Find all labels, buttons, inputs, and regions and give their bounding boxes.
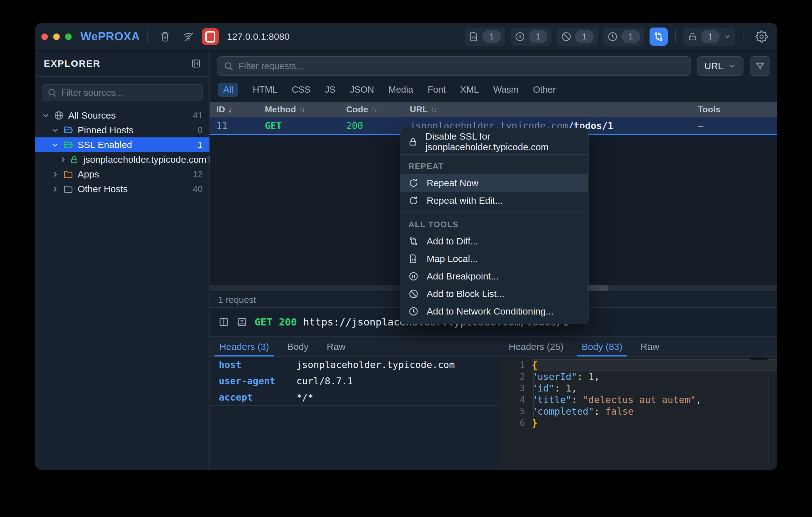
close-window-button[interactable] (41, 33, 48, 40)
menu-item-add-breakpoint[interactable]: Add Breakpoint... (400, 268, 588, 285)
menu-item-add-to-network-conditioning[interactable]: Add to Network Conditioning... (400, 303, 588, 320)
minimize-window-button[interactable] (53, 33, 60, 40)
tree-item-count: 0 (198, 125, 203, 135)
tab-response-headers[interactable]: Headers (25) (509, 337, 563, 357)
type-tab-css[interactable]: CSS (292, 83, 311, 97)
tab-response-body[interactable]: Body (83) (582, 337, 622, 357)
chevron-down-icon[interactable] (40, 112, 51, 120)
chevron-down-icon[interactable] (50, 126, 61, 134)
breakpoint-icon (515, 31, 525, 42)
line-number: 6 (499, 418, 532, 428)
tree-item-label: All Sources (68, 110, 116, 121)
clear-session-button[interactable] (155, 28, 174, 45)
column-header-code[interactable]: Code↑↓ (346, 104, 410, 115)
lock-icon (408, 137, 418, 147)
request-detail-panel: GET 200 https://jsonplaceholder.typicode… (210, 307, 777, 470)
tab-response-raw[interactable]: Raw (640, 337, 659, 357)
menu-item-label: Add Breakpoint... (427, 271, 499, 282)
code-line: 5 "completed": false (499, 405, 777, 417)
tab-request-raw[interactable]: Raw (327, 337, 346, 357)
breakpoints-toolbar-button[interactable]: 1 (511, 28, 552, 46)
requests-table-header: ID↓ Method↑↓ Code↑↓ URL↑↓ Tools (210, 102, 777, 117)
folder-icon (63, 184, 73, 194)
disconnect-clients-button[interactable] (179, 28, 198, 45)
ssl-toolbar-button[interactable]: 1 (683, 28, 735, 46)
column-header-url[interactable]: URL↑↓ (410, 104, 691, 115)
request-id: 11 (216, 120, 265, 131)
type-tab-json[interactable]: JSON (350, 83, 374, 97)
chevron-right-icon[interactable] (50, 170, 61, 178)
refresh-icon (408, 178, 419, 188)
tree-item-pinned-hosts[interactable]: Pinned Hosts 0 (35, 123, 209, 138)
line-number: 5 (499, 406, 532, 417)
folder-icon (63, 169, 73, 179)
editor-scrollbar-thumb[interactable] (750, 357, 768, 360)
map-local-icon (408, 254, 419, 264)
request-count-status: 1 request (218, 295, 256, 305)
stop-recording-button[interactable] (202, 28, 219, 45)
tab-request-headers[interactable]: Headers (3) (220, 337, 269, 357)
tree-item-label: Pinned Hosts (78, 125, 133, 135)
type-tab-xml[interactable]: XML (460, 83, 479, 97)
line-number: 4 (499, 395, 532, 405)
menu-item-add-to-block-list[interactable]: Add to Block List... (400, 285, 588, 303)
tree-item-all-sources[interactable]: All Sources 41 (35, 108, 209, 123)
type-tab-js[interactable]: JS (325, 83, 336, 97)
request-status-code: 200 (346, 120, 410, 131)
type-tab-html[interactable]: HTML (253, 83, 277, 97)
menu-item-disable-ssl[interactable]: Disable SSL for jsonplaceholder.typicode… (400, 132, 588, 151)
chevron-right-icon[interactable] (59, 156, 67, 164)
column-header-method[interactable]: Method↑↓ (265, 104, 346, 115)
breakpoint-icon (408, 271, 419, 281)
type-tab-wasm[interactable]: Wasm (493, 83, 519, 97)
menu-separator (400, 212, 588, 213)
type-filter-tabs: All HTML CSS JS JSON Media Font XML Wasm… (210, 78, 777, 102)
diff-toolbar-button[interactable] (649, 28, 668, 46)
tree-item-apps[interactable]: Apps 12 (35, 167, 209, 182)
tab-request-body[interactable]: Body (287, 337, 308, 357)
block-list-toolbar-button[interactable]: 1 (557, 28, 598, 46)
json-body-editor[interactable]: 1 { 2 "userId": 1, 3 "id": 1, (499, 357, 777, 470)
tree-item-host[interactable]: jsonplaceholder.typicode.com 1 (35, 152, 209, 167)
menu-item-repeat-with-edit[interactable]: Repeat with Edit... (400, 192, 588, 209)
ssl-count-badge: 1 (701, 30, 720, 43)
filter-requests-input[interactable] (238, 61, 684, 72)
tree-item-other-hosts[interactable]: Other Hosts 40 (35, 182, 209, 196)
menu-item-map-local[interactable]: Map Local... (400, 250, 588, 268)
advanced-filter-button[interactable] (750, 56, 771, 76)
menu-item-repeat-now[interactable]: Repeat Now (400, 174, 588, 192)
type-tab-other[interactable]: Other (533, 83, 556, 97)
settings-button[interactable] (755, 30, 768, 43)
type-tab-all[interactable]: All (218, 83, 238, 97)
header-row: host jsonplaceholder.typicode.com (210, 357, 499, 373)
menu-item-add-to-diff[interactable]: Add to Diff... (400, 233, 588, 250)
chevron-down-icon (728, 62, 736, 70)
filter-sources-input[interactable] (60, 87, 197, 98)
diff-icon (408, 236, 419, 246)
breakpoints-count-badge: 1 (529, 30, 548, 43)
collapse-sidebar-button[interactable] (191, 58, 201, 69)
menu-item-label: Repeat Now (427, 178, 478, 188)
code-line: 2 "userId": 1, (499, 371, 777, 383)
tree-item-ssl-enabled[interactable]: SSL Enabled 1 (35, 138, 209, 152)
column-header-id[interactable]: ID↓ (216, 104, 265, 115)
network-conditioning-count-badge: 1 (621, 30, 640, 43)
chevron-right-icon[interactable] (50, 185, 61, 193)
chevron-down-icon[interactable] (50, 141, 61, 149)
dock-bottom-icon[interactable] (236, 316, 248, 328)
map-local-toolbar-button[interactable]: 1 (465, 28, 505, 46)
folder-open-icon (63, 140, 73, 150)
indent-guide (533, 372, 534, 418)
funnel-icon (755, 61, 765, 71)
menu-item-label: Disable SSL for jsonplaceholder.typicode… (426, 131, 581, 152)
url-mode-dropdown[interactable]: URL (697, 56, 744, 76)
type-tab-media[interactable]: Media (388, 83, 413, 97)
split-columns-icon[interactable] (218, 316, 229, 328)
tree-item-label: jsonplaceholder.typicode.com (83, 154, 207, 165)
stop-record-icon (205, 31, 215, 42)
traffic-lights (41, 33, 72, 40)
type-tab-font[interactable]: Font (428, 83, 446, 97)
network-conditioning-toolbar-button[interactable]: 1 (603, 28, 644, 46)
diff-icon (653, 31, 664, 42)
zoom-window-button[interactable] (65, 33, 72, 40)
